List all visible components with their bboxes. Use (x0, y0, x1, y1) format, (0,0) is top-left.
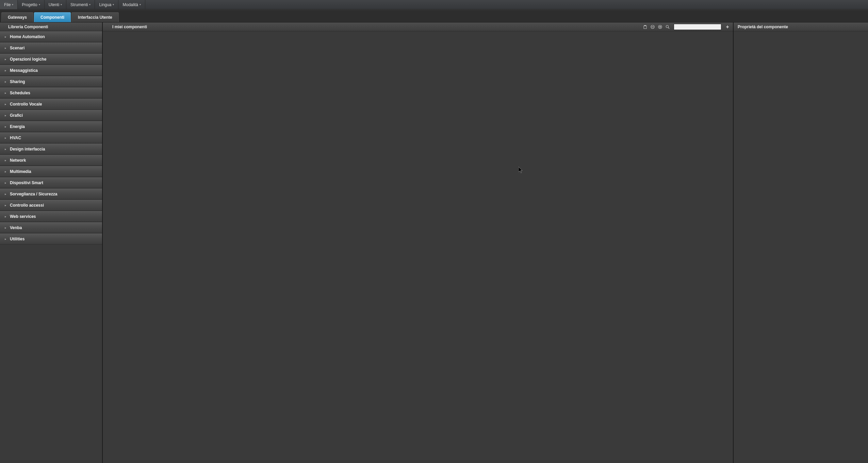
category-venba[interactable]: ▸ Venba (0, 222, 102, 233)
category-label: Grafici (10, 113, 23, 118)
menu-strumenti-label: Strumenti (70, 2, 88, 7)
category-label: Messaggistica (10, 68, 38, 73)
chevron-right-icon: ▸ (5, 192, 6, 196)
chevron-right-icon: ▸ (5, 215, 6, 218)
category-web-services[interactable]: ▸ Web services (0, 211, 102, 222)
menu-modalita-label: Modalità (122, 2, 138, 7)
category-sharing[interactable]: ▸ Sharing (0, 76, 102, 87)
category-energia[interactable]: ▸ Energia (0, 121, 102, 132)
chevron-down-icon: ▾ (39, 3, 40, 6)
category-utilities[interactable]: ▸ Utilities (0, 234, 102, 244)
search-icon[interactable] (665, 24, 670, 30)
menu-strumenti[interactable]: Strumenti ▾ (66, 0, 95, 9)
right-sidebar-title: Proprietà del componente (738, 25, 788, 29)
category-home-automation[interactable]: ▸ Home Automation (0, 31, 102, 42)
chevron-right-icon: ▸ (5, 58, 6, 61)
category-multimedia[interactable]: ▸ Multimedia (0, 166, 102, 177)
tab-interfaccia-label: Interfaccia Utente (78, 15, 112, 20)
menu-lingua-label: Lingua (99, 2, 111, 7)
category-label: Web services (10, 214, 36, 219)
delete-icon[interactable] (642, 24, 648, 30)
chevron-right-icon: ▸ (5, 114, 6, 117)
chevron-right-icon: ▸ (5, 170, 6, 173)
chevron-right-icon: ▸ (5, 136, 6, 140)
category-label: Utilities (10, 237, 24, 241)
chevron-right-icon: ▸ (5, 35, 6, 38)
category-label: Dispositivi Smart (10, 180, 43, 185)
category-network[interactable]: ▸ Network (0, 155, 102, 166)
left-sidebar-title: Libreria Componenti (8, 25, 48, 29)
chevron-down-icon: ▾ (140, 3, 141, 6)
search-input[interactable] (674, 24, 721, 30)
center-panel: I miei componenti (103, 22, 734, 463)
tab-componenti[interactable]: Componenti (34, 12, 71, 22)
tab-gateways-label: Gateways (8, 15, 27, 20)
menu-progetto[interactable]: Progetto ▾ (18, 0, 44, 9)
category-label: Scenari (10, 46, 24, 50)
chevron-right-icon: ▸ (5, 181, 6, 185)
category-label: Venba (10, 225, 22, 230)
category-design-interfaccia[interactable]: ▸ Design interfaccia (0, 144, 102, 155)
category-label: Energia (10, 124, 25, 129)
category-schedules[interactable]: ▸ Schedules (0, 87, 102, 98)
menu-lingua[interactable]: Lingua ▾ (95, 0, 118, 9)
chevron-right-icon: ▸ (5, 226, 6, 229)
svg-rect-1 (644, 25, 646, 26)
category-hvac[interactable]: ▸ HVAC (0, 132, 102, 143)
category-dispositivi-smart[interactable]: ▸ Dispositivi Smart (0, 177, 102, 188)
chevron-right-icon: ▸ (5, 91, 6, 95)
plus-circle-icon[interactable] (657, 24, 663, 30)
center-title: I miei componenti (112, 25, 642, 29)
category-controllo-accessi[interactable]: ▸ Controllo accessi (0, 200, 102, 211)
category-label: Network (10, 158, 26, 163)
category-label: Sharing (10, 79, 25, 84)
chevron-down-icon: ▾ (61, 3, 62, 6)
menu-file-label: File (4, 2, 11, 7)
menu-file[interactable]: File ▾ (0, 0, 18, 9)
chevron-right-icon: ▸ (5, 147, 6, 151)
chevron-right-icon: ▸ (5, 237, 6, 241)
left-sidebar: Libreria Componenti ▸ Home Automation ▸ … (0, 22, 103, 463)
category-messaggistica[interactable]: ▸ Messaggistica (0, 65, 102, 76)
category-list: ▸ Home Automation ▸ Scenari ▸ Operazioni… (0, 31, 102, 463)
svg-point-7 (666, 25, 669, 28)
left-sidebar-header: Libreria Componenti (0, 22, 102, 31)
chevron-right-icon: ▸ (5, 204, 6, 207)
center-header: I miei componenti (103, 22, 733, 31)
chevron-right-icon: ▸ (5, 80, 6, 83)
tab-gateways[interactable]: Gateways (1, 12, 33, 22)
category-scenari[interactable]: ▸ Scenari (0, 43, 102, 53)
category-sorveglianza-sicurezza[interactable]: ▸ Sorveglianza / Sicurezza (0, 189, 102, 199)
center-body[interactable] (103, 31, 733, 463)
tab-componenti-label: Componenti (40, 15, 64, 20)
top-menubar: File ▾ Progetto ▾ Utenti ▾ Strumenti ▾ L… (0, 0, 868, 10)
category-label: Schedules (10, 91, 30, 95)
cursor-icon (519, 167, 523, 174)
category-controllo-vocale[interactable]: ▸ Controllo Vocale (0, 99, 102, 110)
menu-utenti-label: Utenti (49, 2, 59, 7)
right-sidebar: Proprietà del componente (734, 22, 868, 463)
category-grafici[interactable]: ▸ Grafici (0, 110, 102, 121)
tab-interfaccia-utente[interactable]: Interfaccia Utente (71, 12, 119, 22)
category-label: Multimedia (10, 169, 31, 174)
category-label: Sorveglianza / Sicurezza (10, 192, 57, 196)
add-icon[interactable] (725, 24, 730, 30)
chevron-down-icon: ▾ (113, 3, 114, 6)
chevron-right-icon: ▸ (5, 69, 6, 72)
menu-modalita[interactable]: Modalità ▾ (118, 0, 145, 9)
chevron-down-icon: ▾ (89, 3, 91, 6)
category-label: Design interfaccia (10, 147, 45, 151)
menu-progetto-label: Progetto (22, 2, 37, 7)
category-label: Controllo Vocale (10, 102, 42, 107)
menu-utenti[interactable]: Utenti ▾ (45, 0, 66, 9)
minus-icon[interactable] (650, 24, 655, 30)
chevron-right-icon: ▸ (5, 102, 6, 106)
center-toolbar (642, 24, 730, 30)
category-label: HVAC (10, 135, 21, 140)
chevron-right-icon: ▸ (5, 159, 6, 162)
chevron-down-icon: ▾ (12, 3, 13, 6)
right-sidebar-body (734, 31, 868, 37)
category-operazioni-logiche[interactable]: ▸ Operazioni logiche (0, 54, 102, 65)
tab-bar: Gateways Componenti Interfaccia Utente (0, 10, 868, 22)
chevron-right-icon: ▸ (5, 125, 6, 128)
